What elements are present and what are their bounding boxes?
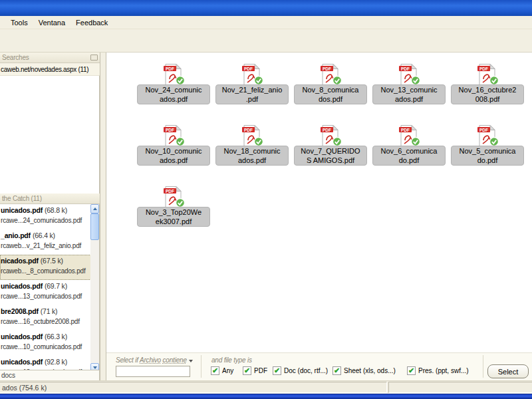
- scroll-down-arrow-icon: [93, 366, 97, 369]
- file-size: (66.3 k): [45, 332, 67, 340]
- filter-field-link[interactable]: Archivo: [140, 356, 161, 364]
- check-badge-icon: [490, 138, 499, 146]
- pdf-file-icon: PDF: [396, 63, 422, 86]
- svg-text:PDF: PDF: [323, 128, 331, 132]
- check-badge-icon: [176, 76, 185, 85]
- file-url: rcaweb..._8_comunicados.pdf: [1, 267, 89, 275]
- checkbox-label: PDF: [254, 367, 267, 374]
- catch-list-item[interactable]: unicados.pdf(69.7 k) rcawe...13_comunica…: [0, 280, 99, 305]
- file-icon-item[interactable]: PDF Nov_8_comunicados.pdf: [291, 63, 370, 105]
- checkbox-pdf[interactable]: ✔ PDF: [243, 366, 267, 375]
- sidebar-search-item[interactable]: caweb.net/novedades.aspx (11): [0, 63, 100, 76]
- select-button[interactable]: Select: [487, 364, 529, 378]
- pdf-file-icon: PDF: [161, 186, 186, 208]
- check-badge-icon: [255, 138, 263, 146]
- filter-divider: [483, 355, 483, 378]
- file-label: Nov_13_comunicados.pdf: [372, 84, 446, 104]
- filter-dropdown-arrow-icon[interactable]: [189, 360, 193, 362]
- file-icon-item[interactable]: PDF Nov_16_octubre2008.pdf: [448, 63, 527, 105]
- file-name: unicados.pdf: [1, 282, 43, 290]
- file-icon-item[interactable]: PDF Nov_21_feliz_anio.pdf: [213, 63, 291, 105]
- filter-operator-link[interactable]: contiene: [163, 356, 187, 364]
- checkbox-any[interactable]: ✔ Any: [211, 366, 233, 375]
- check-badge-icon: [176, 199, 185, 207]
- checkbox-doc[interactable]: ✔ Doc (doc, rtf...): [273, 366, 328, 375]
- svg-text:PDF: PDF: [166, 189, 174, 194]
- file-label: Nov_21_feliz_anio.pdf: [215, 84, 289, 104]
- file-label: Nov_8_comunicados.pdf: [294, 84, 367, 104]
- file-size: (68.8 k): [45, 206, 67, 214]
- pdf-file-icon: PDF: [239, 124, 265, 147]
- select-if-label: Select if: [116, 356, 138, 364]
- title-bar: [0, 0, 532, 16]
- svg-text:PDF: PDF: [401, 66, 410, 71]
- file-label: Nov_16_octubre2008.pdf: [451, 84, 524, 104]
- catch-file-list: unicados.pdf(68.8 k) rcawe...24_comunica…: [0, 204, 100, 372]
- pdf-file-icon: PDF: [475, 124, 500, 147]
- file-icon-item[interactable]: PDF Nov_5_comunicado.pdf: [448, 124, 527, 166]
- svg-text:PDF: PDF: [166, 128, 174, 132]
- scroll-up-button[interactable]: [90, 204, 99, 213]
- file-label: Nov_18_comunicados.pdf: [215, 146, 289, 166]
- searches-list-area: [0, 76, 100, 194]
- menu-ventana[interactable]: Ventana: [33, 17, 70, 28]
- catch-scrollbar[interactable]: [90, 204, 99, 372]
- catch-list-item-selected[interactable]: nicados.pdf(67.5 k) rcaweb..._8_comunica…: [0, 255, 99, 280]
- panel-collapse-icon[interactable]: [90, 55, 98, 61]
- menu-bar: Tools Ventana Feedback: [0, 16, 532, 29]
- status-panel-right: [388, 382, 532, 393]
- check-badge-icon: [176, 138, 185, 146]
- scroll-up-arrow-icon: [93, 207, 97, 210]
- checkbox-label: Doc (doc, rtf...): [284, 367, 328, 374]
- file-name: unicados.pdf: [1, 358, 43, 366]
- checkbox-label: Sheet (xls, ods...): [344, 367, 396, 374]
- searches-panel-header: Searches: [0, 53, 100, 63]
- pdf-file-icon: PDF: [318, 124, 343, 147]
- svg-text:PDF: PDF: [401, 128, 410, 132]
- catch-list-item[interactable]: _anio.pdf(66.4 k) rcaweb...v_21_feliz_an…: [0, 229, 99, 255]
- check-badge-icon: [333, 138, 342, 146]
- check-badge-icon: [412, 138, 420, 146]
- file-icon-item[interactable]: PDF Nov_6_comunicado.pdf: [370, 124, 448, 166]
- svg-text:PDF: PDF: [244, 128, 253, 132]
- svg-text:PDF: PDF: [479, 128, 488, 132]
- file-name: nicados.pdf: [1, 257, 39, 265]
- svg-text:PDF: PDF: [479, 66, 488, 71]
- file-url: rcawe...24_comunicados.pdf: [1, 216, 89, 225]
- file-size: (92.8 k): [45, 358, 67, 366]
- menu-tools[interactable]: Tools: [5, 17, 33, 28]
- file-label: Nov_5_comunicado.pdf: [451, 146, 524, 166]
- sidebar-splitter[interactable]: [100, 53, 106, 380]
- file-icon-item[interactable]: PDF Nov_7_QUERIDOS AMIGOS.pdf: [291, 124, 370, 166]
- file-icon-grid: PDF Nov_24_comunicados.pdf PDF Nov_21_fe…: [106, 63, 532, 247]
- window-bottom-border: [0, 394, 532, 399]
- catch-panel-header: the Catch (11): [0, 194, 100, 204]
- file-icon-item[interactable]: PDF Nov_18_comunicados.pdf: [213, 124, 291, 166]
- scrollbar-thumb[interactable]: [90, 213, 99, 240]
- checkbox-checked-icon: ✔: [211, 366, 219, 375]
- status-selection-text: ados (754.6 k): [0, 382, 387, 393]
- file-icon-item[interactable]: PDF Nov_3_Top20Week3007.pdf: [134, 186, 213, 227]
- menu-feedback[interactable]: Feedback: [70, 17, 113, 28]
- checkbox-label: Any: [222, 367, 233, 374]
- file-label: Nov_24_comunicados.pdf: [137, 84, 210, 104]
- pdf-file-icon: PDF: [239, 63, 265, 86]
- checkbox-sheet[interactable]: ✔ Sheet (xls, ods...): [332, 366, 396, 375]
- file-name: unicados.pdf: [1, 206, 43, 214]
- file-icon-item[interactable]: PDF Nov_24_comunicados.pdf: [134, 63, 213, 105]
- svg-text:PDF: PDF: [244, 66, 253, 71]
- file-url: rcawe...13_comunicados.pdf: [1, 292, 89, 301]
- file-icon-item[interactable]: PDF Nov_10_comunicados.pdf: [134, 124, 213, 166]
- docs-section-label[interactable]: docs: [0, 370, 100, 380]
- catch-list-item[interactable]: unicados.pdf(66.3 k) rcawe...10_comunica…: [0, 331, 99, 356]
- pdf-file-icon: PDF: [161, 124, 186, 147]
- pdf-file-icon: PDF: [475, 63, 500, 86]
- checkbox-pres[interactable]: ✔ Pres. (ppt, swf...): [407, 366, 469, 375]
- status-bar: ados (754.6 k): [0, 380, 532, 394]
- catch-header-label: the Catch (11): [2, 195, 42, 202]
- catch-list-item[interactable]: unicados.pdf(68.8 k) rcawe...24_comunica…: [0, 204, 99, 229]
- catch-list-item[interactable]: bre2008.pdf(71 k) rcawe...16_octubre2008…: [0, 305, 99, 331]
- filter-text-input[interactable]: [116, 366, 190, 377]
- file-icon-item[interactable]: PDF Nov_13_comunicados.pdf: [370, 63, 448, 105]
- file-size: (69.7 k): [45, 282, 67, 290]
